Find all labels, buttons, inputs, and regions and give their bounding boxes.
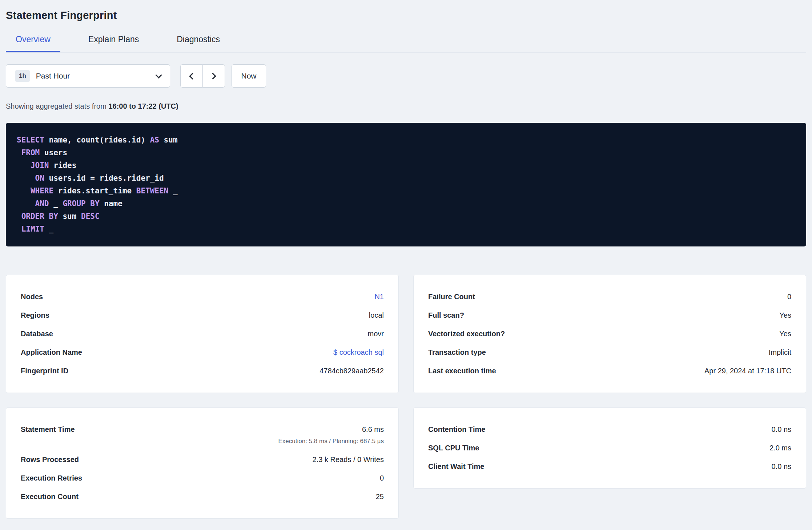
tab-diagnostics[interactable]: Diagnostics	[167, 32, 230, 52]
sql-text: sum	[159, 136, 178, 144]
sql-code-line: JOIN rides	[17, 159, 795, 172]
sql-code: SELECT name, count(rides.id) AS sum FROM…	[17, 134, 795, 236]
stat-row: Full scan?Yes	[428, 306, 791, 325]
sql-text: rides	[49, 161, 77, 170]
sql-keyword: ON	[35, 174, 44, 182]
sql-code-line: ON users.id = rides.rider_id	[17, 172, 795, 185]
stat-label: Transaction type	[428, 348, 486, 357]
stat-value-wrap: 4784cb829aab2542	[319, 366, 384, 376]
sql-text	[17, 225, 21, 233]
sql-text: name	[100, 199, 122, 208]
stat-label: Application Name	[21, 348, 82, 357]
stat-label: SQL CPU Time	[428, 443, 479, 453]
sql-text: _	[44, 225, 53, 233]
stat-value-wrap: Yes	[779, 311, 791, 320]
stat-label: Contention Time	[428, 425, 485, 434]
time-interval-dropdown[interactable]: 1h Past Hour	[6, 64, 170, 88]
sql-text	[17, 199, 35, 208]
sql-text	[17, 212, 21, 221]
stat-value: 0	[380, 474, 384, 483]
page-title: Statement Fingerprint	[6, 9, 806, 21]
sql-code-line: AND _ GROUP BY name	[17, 197, 795, 210]
stat-value-link[interactable]: N1	[374, 293, 384, 301]
stat-value: Yes	[779, 329, 791, 338]
stat-value: 0.0 ns	[772, 425, 791, 434]
now-button[interactable]: Now	[232, 64, 266, 88]
summary-range: 16:00 to 17:22 (UTC)	[108, 102, 178, 110]
stat-label: Regions	[21, 311, 49, 320]
time-controls: 1h Past Hour Now	[6, 64, 806, 88]
sql-keyword: WHERE	[31, 186, 53, 195]
execution-attributes-card: Failure Count0Full scan?YesVectorized ex…	[413, 275, 806, 393]
summary-prefix: Showing aggregated stats from	[6, 102, 108, 110]
stat-value: 0	[787, 292, 791, 301]
stat-value-wrap: 6.6 msExecution: 5.8 ms / Planning: 687.…	[278, 425, 384, 446]
stat-value: 2.0 ms	[769, 443, 791, 453]
sql-keyword: SELECT	[17, 136, 44, 144]
chevron-down-icon	[155, 72, 162, 78]
stat-value: 0.0 ns	[772, 462, 791, 471]
sql-text: name, count(rides.id)	[44, 136, 150, 144]
stat-value-wrap: 0	[380, 474, 384, 483]
stat-value-wrap: 25	[376, 492, 384, 501]
sql-text: users	[40, 148, 67, 157]
sql-code-line: FROM users	[17, 146, 795, 159]
sql-keyword: GROUP BY	[63, 199, 99, 208]
stat-label: Database	[21, 329, 53, 338]
stat-row: Application Name$ cockroach sql	[21, 343, 384, 362]
stat-row: Failure Count0	[428, 288, 791, 306]
chevron-right-icon	[209, 73, 216, 79]
sql-keyword: ORDER BY	[21, 212, 58, 221]
stat-value-wrap: $ cockroach sql	[333, 348, 384, 357]
sql-code-line: ORDER BY sum DESC	[17, 210, 795, 223]
tab-explain-plans[interactable]: Explain Plans	[79, 32, 149, 52]
previous-interval-button[interactable]	[180, 64, 203, 88]
stat-value: Yes	[779, 311, 791, 320]
stat-value-wrap: 0	[787, 292, 791, 301]
sql-text: _	[49, 199, 63, 208]
stat-row: Contention Time0.0 ns	[428, 420, 791, 439]
time-pager	[180, 64, 225, 88]
sql-keyword: AND	[35, 199, 49, 208]
sql-keyword: FROM	[21, 148, 40, 157]
stat-value-wrap: Yes	[779, 329, 791, 338]
stat-label: Last execution time	[428, 366, 496, 376]
sql-text	[17, 148, 21, 157]
tab-overview[interactable]: Overview	[6, 32, 60, 52]
stat-row: Client Wait Time0.0 ns	[428, 457, 791, 476]
stats-cards-row-1: NodesN1RegionslocalDatabasemovrApplicati…	[6, 275, 806, 393]
sql-text: users.id = rides.rider_id	[44, 174, 164, 182]
stat-row: NodesN1	[21, 288, 384, 306]
stat-row: SQL CPU Time2.0 ms	[428, 439, 791, 457]
stat-label: Client Wait Time	[428, 462, 484, 471]
statement-timing-card: Statement Time6.6 msExecution: 5.8 ms / …	[6, 407, 399, 519]
stat-value: 2.3 k Reads / 0 Writes	[313, 455, 384, 464]
tab-bar: Overview Explain Plans Diagnostics	[6, 32, 806, 53]
stat-label: Statement Time	[21, 425, 75, 434]
aggregated-stats-summary: Showing aggregated stats from 16:00 to 1…	[6, 102, 806, 111]
stat-value-wrap: Apr 29, 2024 at 17:18 UTC	[704, 366, 791, 376]
sql-code-line: SELECT name, count(rides.id) AS sum	[17, 134, 795, 146]
sql-keyword: LIMIT	[21, 225, 44, 233]
stat-value-wrap: 2.0 ms	[769, 443, 791, 453]
stat-row: Last execution timeApr 29, 2024 at 17:18…	[428, 362, 791, 380]
stat-value: local	[369, 311, 384, 320]
stat-value-link[interactable]: $ cockroach sql	[333, 348, 384, 356]
stat-row: Statement Time6.6 msExecution: 5.8 ms / …	[21, 420, 384, 450]
sql-text	[17, 174, 35, 182]
stat-label: Execution Count	[21, 492, 79, 501]
stat-value-wrap: movr	[368, 329, 384, 338]
stat-label: Fingerprint ID	[21, 366, 68, 376]
stat-value: Apr 29, 2024 at 17:18 UTC	[704, 366, 791, 376]
stat-value-wrap: 2.3 k Reads / 0 Writes	[313, 455, 384, 464]
stat-label: Execution Retries	[21, 474, 82, 483]
next-interval-button[interactable]	[202, 64, 225, 88]
stat-value-wrap: 0.0 ns	[772, 462, 791, 471]
stat-value-wrap: 0.0 ns	[772, 425, 791, 434]
sql-code-line: LIMIT _	[17, 223, 795, 236]
stat-subvalue: Execution: 5.8 ms / Planning: 687.5 µs	[278, 437, 384, 446]
sql-keyword: AS	[150, 136, 159, 144]
sql-text: sum	[58, 212, 81, 221]
stat-value-wrap: N1	[374, 292, 384, 301]
stat-row: Databasemovr	[21, 325, 384, 343]
